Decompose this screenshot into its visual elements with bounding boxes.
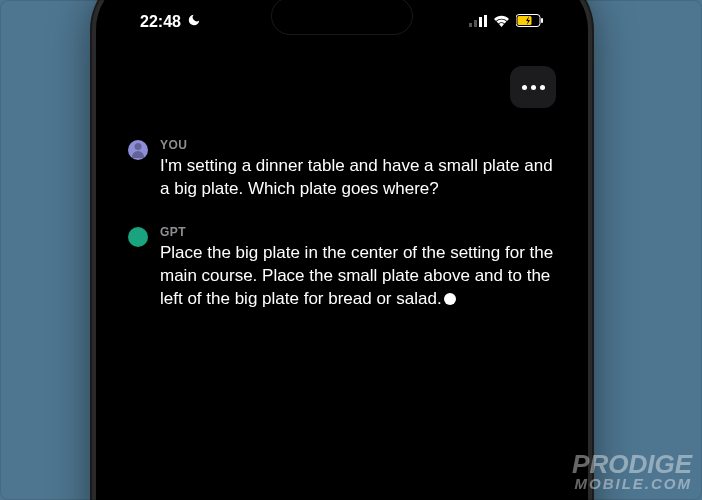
typing-cursor-icon [444, 293, 456, 305]
user-avatar-icon [128, 140, 148, 160]
more-options-button[interactable] [510, 66, 556, 108]
status-time: 22:48 [140, 13, 181, 31]
volume-down [92, 229, 94, 284]
svg-rect-1 [474, 20, 477, 27]
battery-charging-icon [516, 13, 544, 31]
power-button [590, 154, 592, 244]
ellipsis-icon [522, 85, 527, 90]
svg-rect-0 [469, 23, 472, 27]
chat-container: YOU I'm setting a dinner table and have … [120, 138, 564, 311]
volume-up [92, 159, 94, 214]
user-message: YOU I'm setting a dinner table and have … [128, 138, 556, 201]
mute-switch [92, 104, 94, 134]
phone-frame: 22:48 [92, 0, 592, 500]
sender-label: GPT [160, 225, 556, 239]
status-bar: 22:48 [120, 0, 564, 38]
screen: 22:48 [100, 0, 584, 500]
svg-rect-6 [541, 18, 543, 23]
message-text: Place the big plate in the center of the… [160, 242, 556, 311]
wifi-icon [493, 13, 510, 31]
svg-rect-3 [484, 15, 487, 27]
gpt-avatar-icon [128, 227, 148, 247]
cellular-signal-icon [469, 13, 487, 31]
message-text: I'm setting a dinner table and have a sm… [160, 155, 556, 201]
gpt-message: GPT Place the big plate in the center of… [128, 225, 556, 311]
sender-label: YOU [160, 138, 556, 152]
dnd-moon-icon [187, 13, 201, 31]
svg-rect-2 [479, 17, 482, 27]
